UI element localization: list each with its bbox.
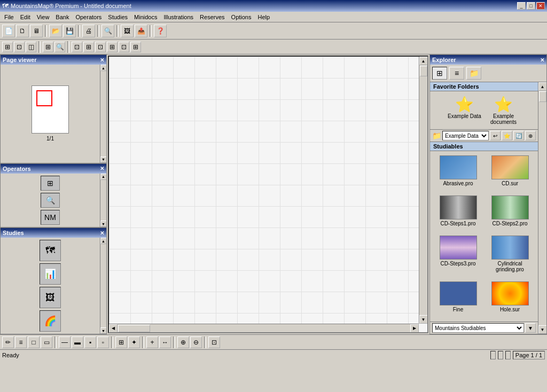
tool11[interactable]: ⊞ [130, 42, 141, 52]
studies-scroll-down[interactable]: ▼ [100, 327, 107, 334]
menu-minidocs[interactable]: Minidocs [131, 13, 160, 21]
canvas-hscroll[interactable]: ◀ ▶ [109, 324, 419, 332]
bt-arrows[interactable]: ↔ [159, 336, 171, 348]
explorer-vscroll[interactable]: ▲ ▼ [538, 82, 546, 334]
studable-cd[interactable]: CD.sur [486, 155, 534, 191]
tool10[interactable]: ⊡ [119, 42, 129, 52]
op-icon-1[interactable]: ⊞ [41, 176, 60, 191]
open-button[interactable]: 📂 [49, 25, 62, 37]
menu-reserves[interactable]: Reserves [197, 13, 228, 21]
new-button[interactable]: 📄 [2, 25, 15, 37]
tool7[interactable]: ⊞ [83, 42, 94, 52]
explorer-scroll-thumb[interactable] [539, 91, 546, 102]
folder-refresh[interactable]: 🔄 [513, 131, 524, 140]
explorer-footer-select[interactable]: Mountains Studiables [432, 323, 524, 333]
explorer-tab-folder[interactable]: 📁 [466, 67, 481, 80]
scroll-down[interactable]: ▼ [100, 156, 107, 163]
menu-illustrations[interactable]: Illustrations [160, 13, 197, 21]
hscroll-thumb[interactable] [118, 325, 150, 332]
menu-help[interactable]: Help [255, 13, 274, 21]
page-viewer-scroll[interactable]: ▲ ▼ [100, 65, 106, 163]
bt-pen[interactable]: ✏ [2, 336, 14, 348]
tool5[interactable]: 🔍 [54, 42, 65, 52]
title-bar-controls[interactable]: _ □ ✕ [517, 2, 545, 10]
op-icon-2[interactable]: 🔍 [41, 193, 60, 208]
bt-rect3[interactable]: ▬ [72, 336, 83, 348]
explorer-close[interactable]: ✕ [540, 57, 544, 63]
folder-favorite[interactable]: ⭐ [502, 131, 512, 140]
tool8[interactable]: ⊡ [95, 42, 106, 52]
hscroll-right[interactable]: ▶ [410, 324, 419, 333]
menu-bank[interactable]: Bank [52, 13, 72, 21]
studies-scroll[interactable]: ▲ ▼ [100, 238, 106, 334]
tool1[interactable]: ⊞ [2, 42, 13, 52]
menu-file[interactable]: File [1, 13, 17, 21]
studies-close[interactable]: ✕ [100, 230, 104, 236]
study-icon-1[interactable]: 🗺 [40, 240, 61, 261]
bt-grid[interactable]: ⊡ [208, 336, 220, 348]
folder-select[interactable]: Example Data [442, 131, 489, 140]
export-button[interactable]: 📤 [135, 25, 147, 37]
monitor-button[interactable]: 🖥 [30, 25, 43, 37]
studable-cdsteps3[interactable]: CD-Steps3.pro [434, 236, 482, 277]
folder-options[interactable]: ⊕ [525, 131, 536, 140]
studable-abrasive[interactable]: Abrasive.pro [434, 155, 482, 191]
menu-operators[interactable]: Operators [72, 13, 105, 21]
image-button[interactable]: 🖼 [121, 25, 134, 37]
studable-cylindrical[interactable]: Cylindrical grinding.pro [486, 236, 534, 277]
maximize-button[interactable]: □ [527, 2, 535, 10]
ops-scroll-up[interactable]: ▲ [100, 174, 107, 180]
studable-hole[interactable]: Hole.sur [486, 281, 534, 317]
study-icon-4[interactable]: 🌈 [40, 310, 61, 332]
vscroll-up[interactable]: ▲ [419, 57, 428, 65]
tool2[interactable]: ⊡ [14, 42, 25, 52]
bt-plus[interactable]: + [146, 336, 158, 348]
study-icon-2[interactable]: 📊 [40, 263, 61, 285]
bt-rect1[interactable]: □ [28, 336, 40, 348]
ops-scroll-down[interactable]: ▼ [100, 221, 107, 227]
bt-zoom2[interactable]: ⊖ [190, 336, 202, 348]
page-viewer-close[interactable]: ✕ [100, 57, 104, 63]
fav-folder-example-data[interactable]: ⭐ Example Data [447, 96, 482, 125]
vscroll-thumb[interactable] [420, 66, 427, 76]
bt-dash[interactable]: — [59, 336, 71, 348]
study-icon-3[interactable]: 🖼 [40, 287, 61, 308]
fav-folder-example-docs[interactable]: ⭐ Example documents [486, 96, 521, 125]
tool6[interactable]: ⊡ [72, 42, 82, 52]
studable-cdsteps1[interactable]: CD-Steps1.pro [434, 195, 482, 231]
menu-edit[interactable]: Edit [17, 13, 34, 21]
menu-options[interactable]: Options [228, 13, 255, 21]
help-button[interactable]: ❓ [154, 25, 167, 37]
explorer-scroll-down[interactable]: ▼ [538, 325, 547, 334]
operators-scroll[interactable]: ▲ ▼ [100, 174, 106, 227]
new-frame-button[interactable]: 🗋 [16, 25, 29, 37]
close-button[interactable]: ✕ [536, 2, 545, 10]
zoom-button[interactable]: 🔍 [101, 25, 114, 37]
hscroll-left[interactable]: ◀ [109, 324, 118, 333]
menu-view[interactable]: View [34, 13, 53, 21]
bt-frame2[interactable]: ▫ [97, 336, 109, 348]
explorer-tab-list[interactable]: ≡ [449, 67, 464, 80]
tool9[interactable]: ⊞ [107, 42, 118, 52]
menu-studies[interactable]: Studies [105, 13, 131, 21]
vscroll-down[interactable]: ▼ [419, 315, 428, 324]
canvas-vscroll[interactable]: ▲ ▼ [419, 57, 427, 324]
canvas-grid[interactable] [109, 57, 427, 332]
bt-frame1[interactable]: ▪ [84, 336, 96, 348]
bt-select1[interactable]: ⊞ [115, 336, 127, 348]
studable-fine[interactable]: Fine [434, 281, 482, 317]
save-button[interactable]: 💾 [63, 25, 76, 37]
op-icon-3[interactable]: NM [41, 210, 60, 225]
minimize-button[interactable]: _ [517, 2, 526, 10]
tool4[interactable]: ⊞ [43, 42, 53, 52]
folder-go-back[interactable]: ↩ [490, 131, 501, 140]
scroll-up[interactable]: ▲ [100, 65, 107, 71]
operators-close[interactable]: ✕ [100, 166, 104, 171]
footer-btn[interactable]: ▼ [525, 323, 536, 333]
bt-zoom1[interactable]: ⊕ [177, 336, 189, 348]
explorer-scroll-up[interactable]: ▲ [538, 82, 547, 91]
bt-select2[interactable]: ✦ [128, 336, 140, 348]
studies-scroll-up[interactable]: ▲ [100, 238, 107, 244]
bt-rect2[interactable]: ▭ [41, 336, 52, 348]
explorer-tab-grid[interactable]: ⊞ [432, 67, 447, 80]
